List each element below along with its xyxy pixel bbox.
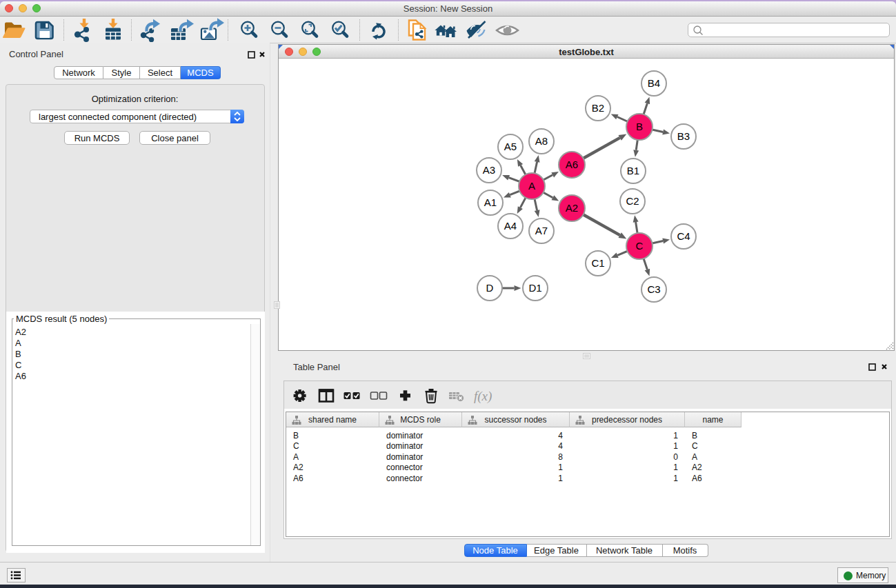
svg-text:B2: B2 xyxy=(592,102,604,114)
svg-text:C4: C4 xyxy=(677,230,690,242)
svg-text:A: A xyxy=(528,180,535,192)
svg-text:B3: B3 xyxy=(677,130,690,142)
svg-text:B1: B1 xyxy=(627,165,639,176)
svg-text:D1: D1 xyxy=(528,282,541,294)
svg-text:A2: A2 xyxy=(566,202,578,214)
svg-text:A4: A4 xyxy=(504,220,517,232)
svg-text:A6: A6 xyxy=(566,159,578,170)
svg-text:B: B xyxy=(636,121,643,132)
svg-text:A3: A3 xyxy=(483,164,495,176)
svg-text:A7: A7 xyxy=(535,225,548,236)
svg-text:f(x): f(x) xyxy=(474,389,492,404)
svg-text:B4: B4 xyxy=(648,77,660,89)
svg-text:A1: A1 xyxy=(484,196,497,208)
svg-text:C: C xyxy=(636,240,644,252)
svg-text:C3: C3 xyxy=(647,283,660,295)
svg-text:D: D xyxy=(486,282,494,294)
svg-text:A8: A8 xyxy=(535,135,548,147)
svg-text:C2: C2 xyxy=(626,195,639,207)
svg-text:A5: A5 xyxy=(504,141,517,152)
svg-text:C1: C1 xyxy=(591,257,604,269)
